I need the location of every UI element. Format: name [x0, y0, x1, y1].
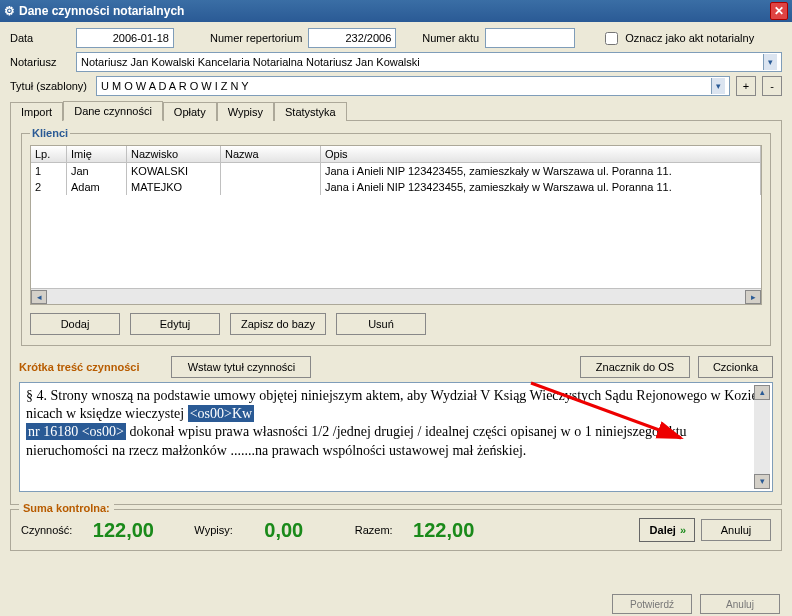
anuluj-button[interactable]: Anuluj [701, 519, 771, 541]
cell-nazwisko: MATEJKO [127, 179, 221, 195]
scroll-down-icon[interactable]: ▾ [754, 474, 770, 489]
znacznik-os-button[interactable]: Znacznik do OS [580, 356, 690, 378]
potwierdz-button[interactable]: Potwierdź [612, 594, 692, 614]
window-title: Dane czynności notarialnych [19, 4, 184, 18]
combo-notariusz[interactable]: Notariusz Jan Kowalski Kancelaria Notari… [76, 52, 782, 72]
czynnosc-value: 122,00 [78, 519, 168, 542]
wstaw-tytul-button[interactable]: Wstaw tytuł czynności [171, 356, 311, 378]
combo-tytul[interactable]: U M O W A D A R O W I Z N Y ▾ [96, 76, 730, 96]
group-klienci: Klienci Lp. Imię Nazwisko Nazwa Opis 1 J… [21, 127, 771, 346]
window-icon: ⚙ [4, 4, 15, 18]
chevrons-right-icon: » [680, 524, 684, 536]
cell-opis: Jana i Anieli NIP 123423455, zamieszkały… [321, 163, 761, 179]
combo-tytul-value: U M O W A D A R O W I Z N Y [101, 80, 711, 92]
col-imie[interactable]: Imię [67, 146, 127, 162]
scroll-left-icon[interactable]: ◂ [31, 290, 47, 304]
dodaj-button[interactable]: Dodaj [30, 313, 120, 335]
cell-opis: Jana i Anieli NIP 123423455, zamieszkały… [321, 179, 761, 195]
wypisy-label: Wypisy: [194, 524, 232, 536]
field-numer-aktu[interactable] [485, 28, 575, 48]
cell-lp: 2 [31, 179, 67, 195]
hscrollbar[interactable]: ◂ ▸ [31, 288, 761, 304]
dalej-label: Dalej [650, 524, 676, 536]
tresc-text-before: § 4. Strony wnoszą na podstawie umowy ob… [26, 388, 758, 421]
label-numer-aktu: Numer aktu [422, 32, 479, 44]
col-lp[interactable]: Lp. [31, 146, 67, 162]
usun-button[interactable]: Usuń [336, 313, 426, 335]
tresc-highlight-2: nr 16180 <os00> [26, 423, 126, 440]
footer-buttons: Potwierdź Anuluj [612, 594, 780, 614]
scrollbar-track[interactable] [47, 290, 745, 304]
col-nazwisko[interactable]: Nazwisko [127, 146, 221, 162]
label-oznacz-akt: Oznacz jako akt notarialny [625, 32, 754, 44]
vscrollbar[interactable]: ▴ ▾ [754, 385, 770, 489]
cell-nazwisko: KOWALSKI [127, 163, 221, 179]
label-numer-repertorium: Numer repertorium [210, 32, 302, 44]
razem-label: Razem: [355, 524, 393, 536]
tab-wypisy[interactable]: Wypisy [217, 102, 274, 121]
cell-imie: Jan [67, 163, 127, 179]
cell-nazwa [221, 179, 321, 195]
wypisy-value: 0,00 [239, 519, 329, 542]
cell-lp: 1 [31, 163, 67, 179]
dalej-button[interactable]: Dalej » [639, 518, 695, 542]
col-nazwa[interactable]: Nazwa [221, 146, 321, 162]
czcionka-button[interactable]: Czcionka [698, 356, 773, 378]
grid-body: 1 Jan KOWALSKI Jana i Anieli NIP 1234234… [31, 163, 761, 288]
czynnosc-label: Czynność: [21, 524, 72, 536]
cell-nazwa [221, 163, 321, 179]
zapisz-button[interactable]: Zapisz do bazy [230, 313, 326, 335]
tresc-title: Krótka treść czynności [19, 361, 139, 373]
klienci-grid[interactable]: Lp. Imię Nazwisko Nazwa Opis 1 Jan KOWAL… [30, 145, 762, 305]
tabs: Import Dane czynności Opłaty Wypisy Stat… [10, 100, 782, 121]
edytuj-button[interactable]: Edytuj [130, 313, 220, 335]
checkbox-oznacz-akt[interactable] [605, 32, 618, 45]
panel-dane-czynnosci: Klienci Lp. Imię Nazwisko Nazwa Opis 1 J… [10, 121, 782, 505]
table-row[interactable]: 2 Adam MATEJKO Jana i Anieli NIP 1234234… [31, 179, 761, 195]
header-form: Data Numer repertorium Numer aktu Oznacz… [0, 22, 792, 96]
label-notariusz: Notariusz [10, 56, 70, 68]
scroll-right-icon[interactable]: ▸ [745, 290, 761, 304]
anuluj2-button[interactable]: Anuluj [700, 594, 780, 614]
tab-dane-czynnosci[interactable]: Dane czynności [63, 101, 163, 121]
tab-oplaty[interactable]: Opłaty [163, 102, 217, 121]
titlebar: ⚙ Dane czynności notarialnych ✕ [0, 0, 792, 22]
field-data[interactable] [76, 28, 174, 48]
grid-header: Lp. Imię Nazwisko Nazwa Opis [31, 146, 761, 163]
combo-notariusz-value: Notariusz Jan Kowalski Kancelaria Notari… [81, 56, 763, 68]
tab-import[interactable]: Import [10, 102, 63, 121]
minus-button[interactable]: - [762, 76, 782, 96]
label-data: Data [10, 32, 70, 44]
field-numer-repertorium[interactable] [308, 28, 396, 48]
plus-button[interactable]: + [736, 76, 756, 96]
chevron-down-icon: ▾ [711, 78, 725, 94]
razem-value: 122,00 [399, 519, 489, 542]
cell-imie: Adam [67, 179, 127, 195]
klienci-title: Klienci [30, 127, 70, 139]
tab-statystyka[interactable]: Statystyka [274, 102, 347, 121]
tresc-text-after: dokonał wpisu prawa własności 1/2 /jedne… [26, 424, 687, 457]
close-button[interactable]: ✕ [770, 2, 788, 20]
col-opis[interactable]: Opis [321, 146, 761, 162]
label-tytul: Tytuł (szablony) [10, 80, 90, 92]
chevron-down-icon: ▾ [763, 54, 777, 70]
scroll-up-icon[interactable]: ▴ [754, 385, 770, 400]
tresc-highlight-1: <os00>Kw [188, 405, 254, 422]
table-row[interactable]: 1 Jan KOWALSKI Jana i Anieli NIP 1234234… [31, 163, 761, 179]
scrollbar-track-v[interactable] [754, 400, 770, 474]
tresc-textarea[interactable]: § 4. Strony wnoszą na podstawie umowy ob… [19, 382, 773, 492]
suma-kontrolna: Suma kontrolna: Czynność: 122,00 Wypisy:… [10, 509, 782, 551]
suma-title: Suma kontrolna: [19, 502, 114, 514]
